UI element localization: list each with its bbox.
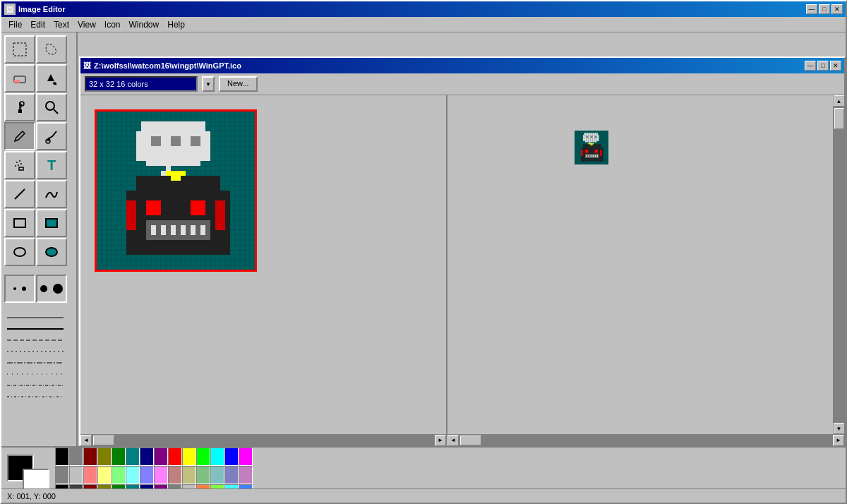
right-canvas-panel: ▲ ▼ bbox=[447, 95, 844, 434]
color-swatch[interactable] bbox=[55, 466, 69, 484]
menu-help[interactable]: Help bbox=[163, 18, 189, 31]
size-select[interactable]: 32 x 32 16 colors bbox=[85, 76, 198, 92]
tool-text[interactable]: T bbox=[36, 151, 67, 179]
inner-maximize-button[interactable]: □ bbox=[817, 61, 829, 71]
v-scroll-thumb[interactable] bbox=[834, 108, 844, 129]
color-swatch[interactable] bbox=[210, 448, 224, 466]
color-swatch[interactable] bbox=[140, 448, 154, 466]
tool-ellipse-outline[interactable] bbox=[4, 238, 35, 266]
title-bar: 🖼 Image Editor — □ ✕ bbox=[1, 1, 846, 17]
line-pattern-2[interactable] bbox=[7, 324, 71, 334]
tool-magnify[interactable] bbox=[36, 93, 67, 121]
tool-grid: T bbox=[1, 32, 76, 269]
inner-title-bar: 🖼 Z:\wolfssl\watcom16\wingpt\WinGPT.ico … bbox=[80, 58, 844, 73]
inner-minimize-button[interactable]: — bbox=[805, 61, 816, 71]
tool-select-rect[interactable] bbox=[4, 35, 35, 64]
canvas-container: ▲ ▼ bbox=[80, 95, 844, 434]
color-swatch[interactable] bbox=[126, 466, 140, 484]
left-canvas-panel bbox=[80, 95, 447, 434]
close-button[interactable]: ✕ bbox=[831, 4, 843, 14]
status-bar: X: 001, Y: 000 bbox=[1, 488, 846, 503]
brush-size-1[interactable] bbox=[4, 275, 35, 303]
left-h-track[interactable] bbox=[92, 435, 435, 446]
color-swatch[interactable] bbox=[69, 448, 83, 466]
v-scroll-track[interactable] bbox=[834, 107, 845, 423]
menu-edit[interactable]: Edit bbox=[26, 18, 49, 31]
scroll-up-btn[interactable]: ▲ bbox=[834, 95, 845, 107]
svg-point-9 bbox=[19, 160, 20, 162]
tool-eyedropper[interactable] bbox=[4, 93, 35, 121]
svg-point-12 bbox=[15, 165, 16, 167]
tools-panel: T bbox=[1, 32, 78, 446]
color-swatch[interactable] bbox=[69, 466, 83, 484]
color-swatch[interactable] bbox=[239, 466, 253, 484]
right-scroll-left-btn[interactable]: ◄ bbox=[447, 435, 459, 446]
tool-line[interactable] bbox=[4, 180, 35, 208]
inner-close-button[interactable]: ✕ bbox=[830, 61, 841, 71]
color-swatch[interactable] bbox=[224, 466, 239, 484]
tool-rect-outline[interactable] bbox=[4, 209, 35, 237]
color-swatch[interactable] bbox=[140, 466, 154, 484]
color-swatch[interactable] bbox=[55, 448, 69, 466]
app-title: Image Editor bbox=[18, 5, 66, 13]
color-swatch[interactable] bbox=[154, 466, 168, 484]
pixel-canvas-border bbox=[95, 109, 257, 272]
color-swatch[interactable] bbox=[112, 448, 126, 466]
tool-brush[interactable] bbox=[36, 122, 67, 150]
brush-size-2[interactable] bbox=[36, 275, 67, 303]
inner-title-controls: — □ ✕ bbox=[805, 61, 841, 71]
minimize-button[interactable]: — bbox=[806, 4, 817, 14]
color-swatch[interactable] bbox=[196, 466, 210, 484]
color-swatch[interactable] bbox=[168, 466, 182, 484]
tool-fill[interactable] bbox=[36, 64, 67, 92]
line-pattern-4[interactable] bbox=[7, 347, 71, 356]
preview-canvas bbox=[575, 131, 608, 164]
menu-file[interactable]: File bbox=[4, 18, 26, 31]
color-swatch[interactable] bbox=[97, 448, 112, 466]
color-swatch[interactable] bbox=[83, 466, 97, 484]
color-swatch[interactable] bbox=[168, 448, 182, 466]
menu-text[interactable]: Text bbox=[49, 18, 73, 31]
color-swatch[interactable] bbox=[196, 448, 210, 466]
color-swatch[interactable] bbox=[182, 466, 196, 484]
color-swatch[interactable] bbox=[97, 466, 112, 484]
tool-spray[interactable] bbox=[4, 151, 35, 179]
svg-rect-14 bbox=[14, 219, 25, 227]
color-swatch[interactable] bbox=[239, 448, 253, 466]
color-swatch[interactable] bbox=[126, 448, 140, 466]
color-swatch[interactable] bbox=[210, 466, 224, 484]
left-scroll-left-btn[interactable]: ◄ bbox=[80, 435, 92, 446]
menu-icon[interactable]: Icon bbox=[100, 18, 125, 31]
tool-curve[interactable] bbox=[36, 180, 67, 208]
size-dropdown-btn[interactable]: ▼ bbox=[202, 76, 215, 92]
color-swatch[interactable] bbox=[112, 466, 126, 484]
tool-eraser[interactable] bbox=[4, 64, 35, 92]
inner-window-title: Z:\wolfssl\watcom16\wingpt\WinGPT.ico bbox=[94, 61, 241, 70]
line-pattern-5[interactable] bbox=[7, 358, 71, 368]
right-h-thumb[interactable] bbox=[460, 436, 481, 445]
left-h-thumb[interactable] bbox=[93, 436, 114, 445]
left-scroll-right-btn[interactable]: ► bbox=[435, 435, 446, 446]
scroll-down-btn[interactable]: ▼ bbox=[834, 423, 845, 434]
main-editor-canvas[interactable] bbox=[97, 112, 255, 270]
line-pattern-7[interactable] bbox=[7, 380, 71, 390]
color-swatch[interactable] bbox=[83, 448, 97, 466]
maximize-button[interactable]: □ bbox=[819, 4, 830, 14]
right-scroll-right-btn[interactable]: ► bbox=[833, 435, 844, 446]
tool-ellipse-fill[interactable] bbox=[36, 238, 67, 266]
right-h-track[interactable] bbox=[459, 435, 833, 446]
line-pattern-1[interactable] bbox=[7, 313, 71, 323]
line-pattern-8[interactable] bbox=[7, 392, 71, 402]
h-scrollbar-container: ◄ ► ◄ ► bbox=[80, 434, 844, 445]
new-button[interactable]: New... bbox=[219, 76, 258, 92]
color-swatch[interactable] bbox=[154, 448, 168, 466]
line-pattern-3[interactable] bbox=[7, 335, 71, 345]
menu-window[interactable]: Window bbox=[125, 18, 164, 31]
line-pattern-6[interactable] bbox=[7, 369, 71, 379]
color-swatch[interactable] bbox=[224, 448, 239, 466]
tool-pencil[interactable] bbox=[4, 122, 35, 150]
tool-rect-fill[interactable] bbox=[36, 209, 67, 237]
tool-select-free[interactable] bbox=[36, 35, 67, 64]
color-swatch[interactable] bbox=[182, 448, 196, 466]
menu-view[interactable]: View bbox=[73, 18, 100, 31]
